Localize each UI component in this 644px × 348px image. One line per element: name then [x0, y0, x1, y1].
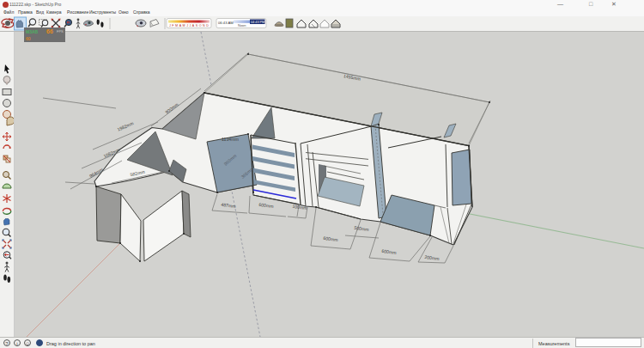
svg-text:200mm: 200mm	[424, 254, 440, 261]
svg-text:500mm: 500mm	[354, 225, 369, 232]
svg-text:1134mm: 1134mm	[222, 137, 239, 142]
svg-text:JFMAMJJASOND: JFMAMJJASOND	[169, 24, 210, 27]
svg-text:600mm: 600mm	[258, 202, 274, 209]
svg-text:1982mm: 1982mm	[117, 120, 135, 131]
svg-text:900mm: 900mm	[164, 101, 179, 114]
svg-text:Noon: Noon	[238, 23, 246, 27]
svg-text:100mm: 100mm	[292, 204, 307, 211]
svg-text:04:43 PM: 04:43 PM	[251, 21, 264, 24]
svg-text:487mm: 487mm	[221, 202, 236, 209]
svg-text:600mm: 600mm	[381, 248, 397, 255]
svg-text:600mm: 600mm	[323, 235, 338, 242]
svg-text:06:43 AM: 06:43 AM	[218, 21, 234, 25]
